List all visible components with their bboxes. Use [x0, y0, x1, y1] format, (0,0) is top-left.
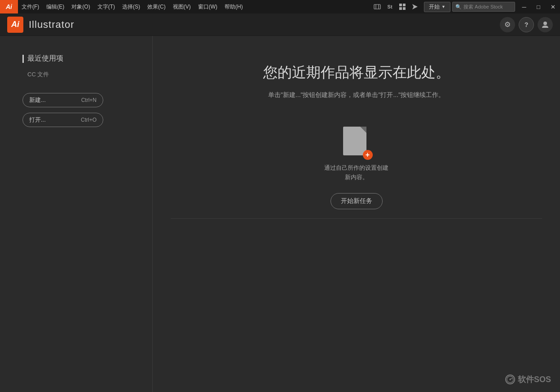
svg-marker-7 [412, 4, 418, 9]
new-button[interactable]: 新建... Ctrl+N [22, 93, 103, 107]
watermark: 软件SOS [505, 374, 551, 385]
search-placeholder: 搜索 Adobe Stock [463, 4, 503, 10]
new-file-area: + 通过自己所作的设置创建 新内容。 [324, 127, 388, 182]
menu-bar: 文件(F) 编辑(E) 对象(O) 文字(T) 选择(S) 效果(C) 视图(V… [18, 0, 368, 13]
window-controls: ─ □ ✕ [517, 0, 560, 13]
open-button-shortcut: Ctrl+O [81, 117, 97, 123]
toolbar-icons: St [368, 1, 424, 12]
app-logo: Ai [7, 17, 23, 33]
menu-text[interactable]: 文字(T) [94, 0, 119, 13]
open-button-label: 打开... [29, 116, 46, 124]
recent-works-subtitle: 单击"新建..."按钮创建新内容，或者单击"打开..."按钮继续工作。 [268, 90, 445, 100]
menu-select[interactable]: 选择(S) [119, 0, 144, 13]
new-button-label: 新建... [29, 96, 46, 104]
settings-button[interactable]: ⚙ [500, 17, 515, 32]
recent-header: 最近使用项 [22, 54, 130, 63]
menu-object[interactable]: 对象(O) [68, 0, 93, 13]
file-plus-icon: + [363, 150, 373, 160]
help-button[interactable]: ? [519, 17, 534, 32]
send-icon[interactable] [410, 1, 420, 12]
user-button[interactable] [538, 17, 553, 32]
recent-works-title: 您的近期作品将显示在此处。 [263, 63, 450, 83]
watermark-text: 软件SOS [518, 374, 551, 385]
svg-rect-3 [399, 4, 402, 6]
new-file-icon: + [343, 127, 370, 158]
watermark-icon [505, 374, 515, 384]
content-divider [171, 218, 542, 219]
new-button-shortcut: Ctrl+N [81, 97, 97, 103]
grid-icon[interactable] [397, 1, 408, 12]
new-task-button[interactable]: 开始新任务 [331, 193, 383, 209]
menu-effect[interactable]: 效果(C) [144, 0, 169, 13]
menu-file[interactable]: 文件(F) [18, 0, 43, 13]
maximize-button[interactable]: □ [531, 0, 546, 13]
title-bar: Ai 文件(F) 编辑(E) 对象(O) 文字(T) 选择(S) 效果(C) 视… [0, 0, 560, 13]
menu-edit[interactable]: 编辑(E) [43, 0, 68, 13]
start-button[interactable]: 开始 ▼ [424, 2, 450, 12]
menu-view[interactable]: 视图(V) [169, 0, 194, 13]
search-icon: 🔍 [455, 4, 462, 10]
app-title: Illustrator [29, 19, 500, 31]
svg-rect-0 [374, 4, 380, 9]
app-header: Ai Illustrator ⚙ ? [0, 13, 560, 36]
recent-bar-decoration [22, 55, 24, 63]
cc-files-label: CC 文件 [22, 70, 130, 79]
menu-help[interactable]: 帮助(H) [221, 0, 247, 13]
search-input-area[interactable]: 🔍 搜索 Adobe Stock [452, 2, 515, 12]
svg-rect-5 [399, 7, 402, 10]
search-bar-area: 开始 ▼ 🔍 搜索 Adobe Stock [424, 2, 517, 12]
open-button[interactable]: 打开... Ctrl+O [22, 113, 103, 127]
svg-point-8 [543, 22, 547, 25]
stock-icon[interactable]: St [384, 1, 395, 12]
bridge-icon[interactable] [372, 1, 383, 12]
file-icon-body [343, 127, 366, 155]
recent-title: 最近使用项 [27, 54, 63, 63]
header-actions: ⚙ ? [500, 17, 553, 32]
titlebar-logo: Ai [0, 0, 18, 13]
svg-point-10 [509, 379, 511, 380]
svg-rect-6 [403, 7, 406, 10]
right-panel: 您的近期作品将显示在此处。 单击"新建..."按钮创建新内容，或者单击"打开..… [153, 36, 560, 392]
left-panel: 最近使用项 CC 文件 新建... Ctrl+N 打开... Ctrl+O [0, 36, 153, 392]
minimize-button[interactable]: ─ [517, 0, 531, 13]
main-content: 最近使用项 CC 文件 新建... Ctrl+N 打开... Ctrl+O 您的… [0, 36, 560, 392]
menu-window[interactable]: 窗口(W) [194, 0, 221, 13]
new-file-description: 通过自己所作的设置创建 新内容。 [324, 163, 388, 182]
svg-rect-4 [403, 4, 406, 6]
close-button[interactable]: ✕ [546, 0, 560, 13]
